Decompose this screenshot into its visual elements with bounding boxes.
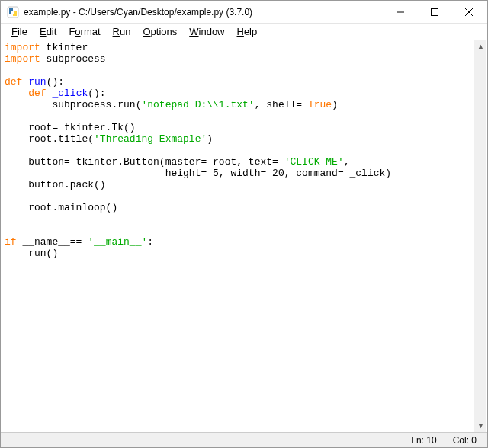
svg-rect-2 bbox=[431, 8, 438, 15]
window-title: example.py - C:/Users/Cyan/Desktop/examp… bbox=[24, 7, 383, 18]
scroll-up-icon[interactable]: ▲ bbox=[474, 40, 487, 53]
code-content: import tkinter import subprocess def run… bbox=[5, 42, 470, 259]
text-cursor bbox=[5, 146, 5, 156]
menu-file[interactable]: File bbox=[5, 25, 34, 38]
statusbar: Ln: 10 Col: 0 bbox=[1, 432, 487, 447]
close-button[interactable] bbox=[451, 1, 486, 23]
vertical-scrollbar[interactable]: ▲ ▼ bbox=[474, 40, 486, 432]
maximize-button[interactable] bbox=[417, 1, 451, 23]
titlebar: example.py - C:/Users/Cyan/Desktop/examp… bbox=[1, 1, 487, 24]
menu-window[interactable]: Window bbox=[183, 25, 230, 38]
app-icon bbox=[7, 6, 19, 18]
status-col: Col: 0 bbox=[448, 435, 481, 446]
code-editor[interactable]: import tkinter import subprocess def run… bbox=[2, 40, 474, 432]
scroll-down-icon[interactable]: ▼ bbox=[474, 419, 487, 432]
status-line: Ln: 10 bbox=[406, 435, 441, 446]
minimize-button[interactable] bbox=[383, 1, 417, 23]
menu-edit[interactable]: Edit bbox=[34, 25, 63, 38]
menubar: File Edit Format Run Options Window Help bbox=[1, 24, 487, 39]
menu-help[interactable]: Help bbox=[231, 25, 264, 38]
window-controls bbox=[383, 1, 486, 23]
menu-run[interactable]: Run bbox=[107, 25, 137, 38]
menu-format[interactable]: Format bbox=[63, 25, 106, 38]
menu-options[interactable]: Options bbox=[136, 25, 183, 38]
